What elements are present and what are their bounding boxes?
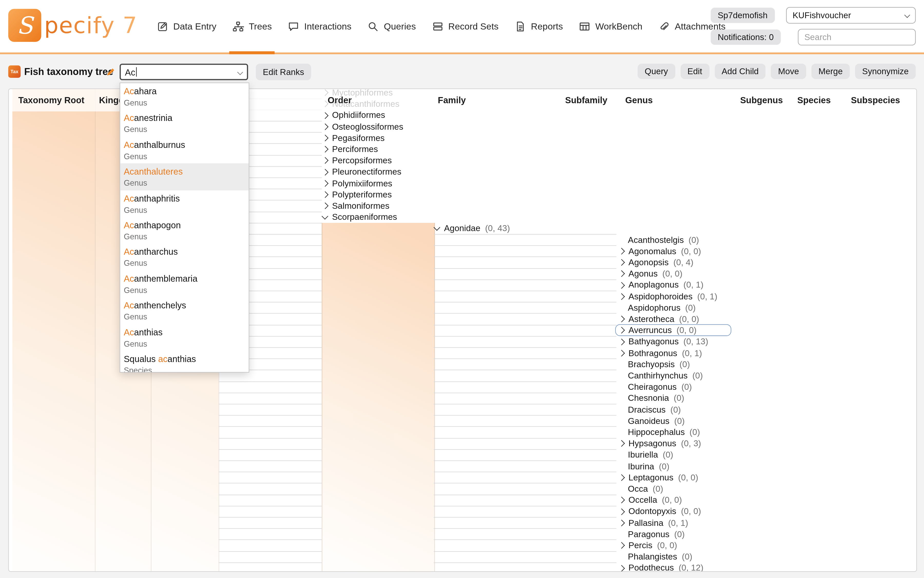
nav-item-interactions[interactable]: Interactions xyxy=(288,0,352,52)
tree-node-hippocephalus[interactable]: Hippocephalus(0) xyxy=(619,427,700,438)
tree-node-phalangistes[interactable]: Phalangistes(0) xyxy=(619,551,692,562)
tree-node-iburiella[interactable]: Iburiella(0) xyxy=(619,449,673,460)
synonymize-button[interactable]: Synonymize xyxy=(855,64,916,79)
chevron-right-icon[interactable] xyxy=(322,112,328,118)
chevron-right-icon[interactable] xyxy=(322,203,328,209)
chevron-right-icon[interactable] xyxy=(618,327,624,333)
tree-node-osteoglossiformes[interactable]: Osteoglossiformes xyxy=(323,121,403,132)
tree-node-agonomalus[interactable]: Agonomalus(0, 0) xyxy=(619,245,701,257)
chevron-right-icon[interactable] xyxy=(322,135,328,141)
chevron-right-icon[interactable] xyxy=(618,259,624,265)
query-button[interactable]: Query xyxy=(637,64,675,79)
autocomplete-option[interactable]: AcanthalburnusGenus xyxy=(120,136,249,163)
chevron-down-icon[interactable] xyxy=(322,213,328,219)
tree-node-perciformes[interactable]: Perciformes xyxy=(323,143,378,155)
tree-node-scorpaeniformes[interactable]: Scorpaeniformes xyxy=(323,211,397,222)
user-button[interactable]: Sp7demofish xyxy=(711,8,775,23)
chevron-right-icon[interactable] xyxy=(322,191,328,198)
autocomplete-option[interactable]: AcanestriniaGenus xyxy=(120,110,249,136)
tree-node-salmoniformes[interactable]: Salmoniformes xyxy=(323,200,389,211)
chevron-down-icon[interactable] xyxy=(434,224,440,231)
autocomplete-option[interactable]: AcanthaphritisGenus xyxy=(120,190,249,217)
nav-item-data-entry[interactable]: Data Entry xyxy=(157,0,216,52)
chevron-right-icon[interactable] xyxy=(322,180,328,186)
tree-node-iburina[interactable]: Iburina(0) xyxy=(619,460,669,472)
tree-node-canthirhynchus[interactable]: Canthirhynchus(0) xyxy=(619,370,703,381)
tree-node-odontopyxis[interactable]: Odontopyxis(0, 0) xyxy=(619,506,701,517)
tree-node-ganoideus[interactable]: Ganoideus(0) xyxy=(619,415,685,427)
chevron-right-icon[interactable] xyxy=(618,474,624,481)
chevron-right-icon[interactable] xyxy=(618,520,624,526)
tree-node-averruncus[interactable]: Averruncus(0, 0) xyxy=(615,324,731,336)
node-count: (0, 0) xyxy=(678,473,698,482)
chevron-right-icon[interactable] xyxy=(322,123,328,130)
chevron-right-icon[interactable] xyxy=(618,542,624,548)
tree-node-occa[interactable]: Occa(0) xyxy=(619,483,663,494)
tree-node-hypsagonus[interactable]: Hypsagonus(0, 3) xyxy=(619,438,701,449)
autocomplete-option[interactable]: AcanthemblemariaGenus xyxy=(120,270,249,297)
chevron-right-icon[interactable] xyxy=(322,146,328,152)
chevron-right-icon[interactable] xyxy=(618,508,624,514)
tree-node-aspidophoroides[interactable]: Aspidophoroides(0, 1) xyxy=(619,291,717,302)
tree-node-bathyagonus[interactable]: Bathyagonus(0, 13) xyxy=(619,336,708,347)
tree-node-asterotheca[interactable]: Asterotheca(0, 0) xyxy=(619,313,699,325)
tree-node-leptagonus[interactable]: Leptagonus(0, 0) xyxy=(619,472,698,483)
chevron-right-icon[interactable] xyxy=(322,169,328,175)
chevron-right-icon[interactable] xyxy=(618,497,624,503)
chevron-right-icon[interactable] xyxy=(618,338,624,344)
autocomplete-option[interactable]: Squalus acanthiasSpecies xyxy=(120,351,249,373)
nav-item-record-sets[interactable]: Record Sets xyxy=(432,0,498,52)
tree-node-agonopsis[interactable]: Agonopsis(0, 4) xyxy=(619,257,694,268)
tree-search-combobox[interactable]: Ac xyxy=(120,64,248,80)
tree-node-polypteriformes[interactable]: Polypteriformes xyxy=(323,189,392,200)
tree-node-bothragonus[interactable]: Bothragonus(0, 1) xyxy=(619,347,702,359)
collection-select[interactable]: KUFishvoucher xyxy=(786,7,916,24)
chevron-right-icon[interactable] xyxy=(618,316,624,322)
tree-node-pegasiformes[interactable]: Pegasiformes xyxy=(323,132,384,143)
nav-item-workbench[interactable]: WorkBench xyxy=(579,0,642,52)
chevron-right-icon[interactable] xyxy=(618,350,624,356)
tree-node-brachyopsis[interactable]: Brachyopsis(0) xyxy=(619,359,690,370)
nav-item-queries[interactable]: Queries xyxy=(367,0,416,52)
tree-node-occella[interactable]: Occella(0, 0) xyxy=(619,494,682,506)
tree-node-percis[interactable]: Percis(0, 0) xyxy=(619,540,677,551)
tree-node-pleuronectiformes[interactable]: Pleuronectiformes xyxy=(323,166,401,177)
chevron-right-icon[interactable] xyxy=(618,565,624,571)
chevron-right-icon[interactable] xyxy=(618,282,624,288)
tree-node-acanthostelgis[interactable]: Acanthostelgis(0) xyxy=(619,234,699,245)
tree-node-agonidae[interactable]: Agonidae(0, 43) xyxy=(435,222,510,234)
tree-node-pallasina[interactable]: Pallasina(0, 1) xyxy=(619,517,688,528)
tree-node-podothecus[interactable]: Podothecus(0, 12) xyxy=(619,562,704,572)
autocomplete-option[interactable]: AcanthiasGenus xyxy=(120,324,249,351)
tree-node-chesnonia[interactable]: Chesnonia(0) xyxy=(619,393,684,404)
tree-node-polymixiiformes[interactable]: Polymixiiformes xyxy=(323,177,392,189)
tree-node-anoplagonus[interactable]: Anoplagonus(0, 1) xyxy=(619,279,704,291)
autocomplete-option[interactable]: AcanthapogonGenus xyxy=(120,217,249,244)
tree-node-aspidophorus[interactable]: Aspidophorus(0) xyxy=(619,302,696,313)
notifications-button[interactable]: Notifications: 0 xyxy=(711,29,781,45)
chevron-right-icon[interactable] xyxy=(618,248,624,254)
chevron-right-icon[interactable] xyxy=(618,293,624,299)
move-button[interactable]: Move xyxy=(771,64,806,79)
nav-item-trees[interactable]: Trees xyxy=(232,0,272,52)
tree-node-percopsiformes[interactable]: Percopsiformes xyxy=(323,155,392,166)
edit-title-pencil-icon[interactable] xyxy=(106,67,116,79)
chevron-right-icon[interactable] xyxy=(618,440,624,446)
tree-node-cheiragonus[interactable]: Cheiragonus(0) xyxy=(619,381,692,393)
tree-node-draciscus[interactable]: Draciscus(0) xyxy=(619,404,681,415)
nav-item-reports[interactable]: Reports xyxy=(514,0,563,52)
chevron-right-icon[interactable] xyxy=(618,271,624,277)
autocomplete-option[interactable]: AcaharaGenus xyxy=(120,83,249,110)
specify-logo[interactable]: S pecify 7 xyxy=(8,9,138,42)
edit-ranks-button[interactable]: Edit Ranks xyxy=(256,64,311,80)
autocomplete-option[interactable]: AcanthaluteresGenus xyxy=(120,163,249,190)
autocomplete-option[interactable]: AcanthenchelysGenus xyxy=(120,297,249,324)
autocomplete-option[interactable]: AcantharchusGenus xyxy=(120,244,249,270)
chevron-right-icon[interactable] xyxy=(322,157,328,164)
add-child-button[interactable]: Add Child xyxy=(715,64,766,79)
global-search-input[interactable] xyxy=(798,29,916,45)
edit-button[interactable]: Edit xyxy=(681,64,709,79)
tree-node-agonus[interactable]: Agonus(0, 0) xyxy=(619,268,682,279)
merge-button[interactable]: Merge xyxy=(811,64,849,79)
tree-node-paragonus[interactable]: Paragonus(0) xyxy=(619,528,685,540)
